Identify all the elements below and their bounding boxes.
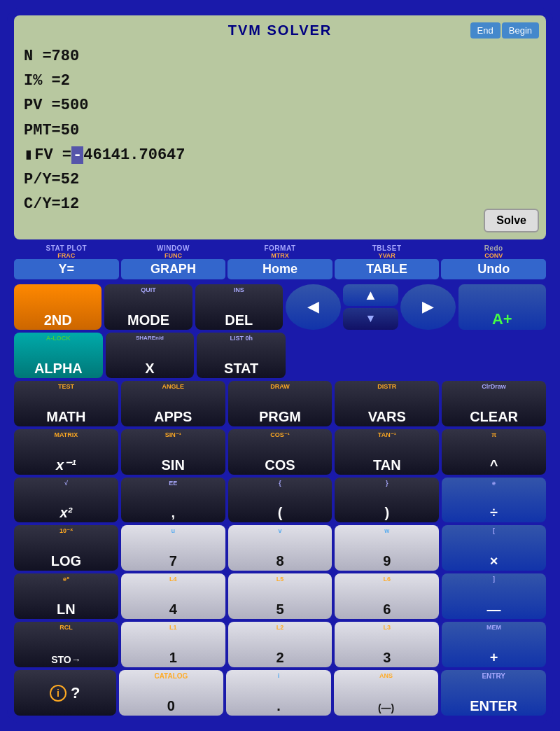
graph-main: GRAPH xyxy=(121,259,226,279)
key-math-label: MATH xyxy=(46,410,85,424)
nav-down-center[interactable]: ▼ xyxy=(343,308,398,330)
key-apps[interactable]: ANGLE APPS xyxy=(121,381,225,426)
pv-label: PV =500 xyxy=(24,93,88,118)
key-caret[interactable]: π ^ xyxy=(442,429,546,475)
key-enter[interactable]: ENTRY ENTER xyxy=(441,670,546,716)
key-1[interactable]: L1 1 xyxy=(121,622,225,667)
key-2-label: 2 xyxy=(276,650,284,664)
key-row-8: RCL STO→ L1 1 L2 2 L3 3 MEM + xyxy=(14,622,546,667)
func-y-equals[interactable]: STAT PLOT FRAC Y= xyxy=(14,242,119,281)
key-9[interactable]: w 9 xyxy=(335,525,439,571)
key-ln[interactable]: eˣ LN xyxy=(14,573,118,619)
key-tan-label: TAN xyxy=(373,458,401,472)
func-table[interactable]: TBLSET YVAR TABLE xyxy=(335,242,440,281)
nav-up-center[interactable]: ▲ xyxy=(343,284,398,306)
table-main: TABLE xyxy=(335,259,440,279)
end-button[interactable]: End xyxy=(470,22,500,39)
key-sub[interactable]: ] — xyxy=(442,573,546,619)
key-e-top: e xyxy=(492,480,496,487)
key-4[interactable]: L4 4 xyxy=(121,573,225,619)
func-home[interactable]: FORMAT MTRX Home xyxy=(227,242,332,281)
key-cos[interactable]: COS⁻¹ COS xyxy=(228,429,332,475)
key-x2[interactable]: √ x² xyxy=(14,478,118,523)
key-mul[interactable]: [ × xyxy=(442,525,546,571)
begin-button[interactable]: Begin xyxy=(502,22,539,39)
key-mem-top: MEM xyxy=(486,624,501,631)
key-x-top: SHAREn/d xyxy=(136,335,164,341)
key-1-label: 1 xyxy=(169,650,177,664)
key-stat-label: STAT xyxy=(224,361,258,375)
key-lparen-label: ( xyxy=(278,506,283,520)
key-row-1: 2ND QUIT MODE INS DEL ◀ ▲ ▶ ▼ A+ xyxy=(14,284,546,330)
y-equals-main: Y= xyxy=(14,259,119,279)
key-6[interactable]: L6 6 xyxy=(335,573,439,619)
key-sto-label: STO→ xyxy=(51,655,81,664)
key-div[interactable]: e ÷ xyxy=(442,478,546,523)
key-stat[interactable]: LIST 0h STAT xyxy=(197,333,286,378)
function-row: STAT PLOT FRAC Y= WINDOW FUNC GRAPH FORM… xyxy=(14,242,546,281)
key-sin[interactable]: SIN⁻¹ SIN xyxy=(121,429,225,475)
key-ee-top: EE xyxy=(169,480,177,487)
key-comma[interactable]: EE , xyxy=(121,478,225,523)
key-log-top: 10⁻ˣ xyxy=(59,527,73,534)
key-log[interactable]: 10⁻ˣ LOG xyxy=(14,525,118,571)
key-info[interactable]: i ? xyxy=(14,670,116,716)
display-row-pmt: PMT=50 xyxy=(24,118,536,143)
key-lparen[interactable]: { ( xyxy=(228,478,332,523)
display-row-n: N =780 xyxy=(24,44,536,69)
key-add[interactable]: MEM + xyxy=(442,622,546,667)
key-5-label: 5 xyxy=(276,602,284,616)
key-7[interactable]: u 7 xyxy=(121,525,225,571)
key-0[interactable]: CATALOG 0 xyxy=(119,670,224,716)
fv-highlight: - xyxy=(71,146,83,164)
key-alpha-label: ALPHA xyxy=(34,361,83,375)
nav-spacer xyxy=(288,333,546,378)
key-log-label: LOG xyxy=(51,554,81,568)
key-stat-top: LIST 0h xyxy=(230,335,253,342)
key-8[interactable]: v 8 xyxy=(228,525,332,571)
key-sto[interactable]: RCL STO→ xyxy=(14,622,118,667)
key-dot[interactable]: i . xyxy=(226,670,331,716)
key-neg[interactable]: ANS (—) xyxy=(334,670,439,716)
func-undo[interactable]: Redo CONV Undo xyxy=(441,242,546,281)
frac-label: FRAC xyxy=(57,252,75,259)
key-xinv-label: x⁻¹ xyxy=(56,458,76,472)
key-neg-label: (—) xyxy=(378,703,394,713)
key-sub-label: — xyxy=(487,602,501,616)
key-prgm[interactable]: DRAW PRGM xyxy=(228,381,332,426)
key-lbrace-top: { xyxy=(279,480,281,487)
key-3[interactable]: L3 3 xyxy=(335,622,439,667)
key-cos-label: COS xyxy=(265,458,295,472)
key-math[interactable]: TEST MATH xyxy=(14,381,118,426)
key-5[interactable]: L5 5 xyxy=(228,573,332,619)
key-entry-top: ENTRY xyxy=(482,672,505,680)
key-x[interactable]: SHAREn/d X xyxy=(106,333,195,378)
key-lbracket-top: [ xyxy=(493,527,495,534)
key-del[interactable]: INS DEL xyxy=(195,284,283,330)
key-vars[interactable]: DISTR VARS xyxy=(335,381,439,426)
key-6-label: 6 xyxy=(383,602,391,616)
key-apps-label: APPS xyxy=(154,410,192,424)
key-xinv[interactable]: MATRIX x⁻¹ xyxy=(14,429,118,475)
key-mode-label: MODE xyxy=(127,313,169,327)
solve-button[interactable]: Solve xyxy=(484,209,539,232)
window-label: WINDOW xyxy=(157,244,190,252)
key-prgm-top: DRAW xyxy=(270,383,290,390)
key-prgm-label: PRGM xyxy=(259,410,301,424)
key-alpha[interactable]: A-LOCK ALPHA xyxy=(14,333,103,378)
func-graph[interactable]: WINDOW FUNC GRAPH xyxy=(121,242,226,281)
key-mode[interactable]: QUIT MODE xyxy=(104,284,192,330)
key-aplus[interactable]: A+ xyxy=(458,284,546,330)
info-circle-icon: i xyxy=(50,685,66,702)
n-label: N =780 xyxy=(24,44,79,69)
key-2[interactable]: L2 2 xyxy=(228,622,332,667)
key-2nd[interactable]: 2ND xyxy=(14,284,102,330)
key-pi-top: π xyxy=(491,431,496,438)
key-alpha-top: A-LOCK xyxy=(46,335,71,342)
key-rbrace-top: } xyxy=(386,480,388,487)
key-tan[interactable]: TAN⁻¹ TAN xyxy=(335,429,439,475)
key-clear[interactable]: ClrDraw CLEAR xyxy=(442,381,546,426)
nav-right-btn[interactable]: ▶ xyxy=(400,284,456,330)
key-rparen[interactable]: } ) xyxy=(335,478,439,523)
nav-left-btn[interactable]: ◀ xyxy=(286,284,341,330)
